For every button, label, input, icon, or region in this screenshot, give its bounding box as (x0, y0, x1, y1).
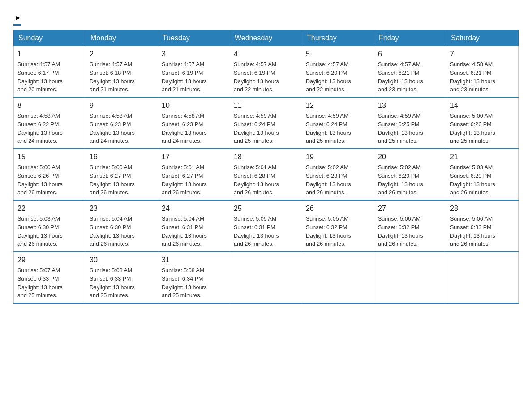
day-number: 8 (17, 100, 82, 111)
daylight-minutes: and 25 minutes. (234, 138, 274, 144)
daylight-minutes: and 25 minutes. (450, 138, 490, 144)
header-wednesday: Wednesday (230, 30, 302, 46)
sunset-label: Sunset: 6:34 PM (162, 276, 203, 282)
day-number: 12 (306, 100, 370, 111)
daylight-minutes: and 24 minutes. (162, 138, 202, 144)
sunrise-label: Sunrise: 4:57 AM (162, 61, 204, 68)
daylight-label: Daylight: 13 hours (17, 284, 63, 291)
daylight-minutes: and 26 minutes. (234, 189, 274, 196)
day-number: 27 (378, 203, 442, 214)
day-number: 23 (90, 203, 154, 214)
sunset-label: Sunset: 6:23 PM (90, 121, 131, 128)
calendar-cell: 16Sunrise: 5:00 AMSunset: 6:27 PMDayligh… (86, 149, 158, 200)
calendar-cell: 27Sunrise: 5:06 AMSunset: 6:32 PMDayligh… (374, 200, 446, 252)
daylight-minutes: and 25 minutes. (306, 138, 346, 144)
daylight-label: Daylight: 13 hours (234, 233, 279, 239)
sunrise-label: Sunrise: 5:01 AM (162, 164, 204, 171)
daylight-label: Daylight: 13 hours (17, 78, 63, 85)
sunset-label: Sunset: 6:24 PM (306, 121, 347, 128)
sunset-label: Sunset: 6:22 PM (17, 121, 59, 128)
sunrise-label: Sunrise: 5:03 AM (450, 164, 493, 171)
sunrise-label: Sunrise: 5:05 AM (234, 216, 276, 222)
sunset-label: Sunset: 6:30 PM (90, 224, 131, 231)
sunset-label: Sunset: 6:24 PM (234, 121, 275, 128)
daylight-label: Daylight: 13 hours (306, 233, 351, 239)
calendar-week-5: 29Sunrise: 5:07 AMSunset: 6:33 PMDayligh… (14, 252, 519, 303)
header-friday: Friday (374, 30, 446, 46)
sunset-label: Sunset: 6:20 PM (306, 70, 347, 76)
sunset-label: Sunset: 6:33 PM (450, 224, 491, 231)
daylight-minutes: and 26 minutes. (162, 241, 202, 247)
daylight-minutes: and 26 minutes. (90, 189, 129, 196)
daylight-label: Daylight: 13 hours (450, 78, 495, 85)
calendar-cell: 28Sunrise: 5:06 AMSunset: 6:33 PMDayligh… (446, 200, 519, 252)
calendar-cell: 11Sunrise: 4:59 AMSunset: 6:24 PMDayligh… (230, 97, 302, 149)
calendar-cell: 15Sunrise: 5:00 AMSunset: 6:26 PMDayligh… (14, 149, 86, 200)
daylight-label: Daylight: 13 hours (162, 284, 207, 291)
sunset-label: Sunset: 6:28 PM (234, 173, 275, 179)
sunset-label: Sunset: 6:29 PM (378, 173, 419, 179)
day-number: 20 (378, 152, 442, 163)
sunset-label: Sunset: 6:33 PM (90, 276, 131, 282)
sunrise-label: Sunrise: 4:58 AM (17, 113, 60, 119)
calendar-cell: 18Sunrise: 5:01 AMSunset: 6:28 PMDayligh… (230, 149, 302, 200)
sunset-label: Sunset: 6:19 PM (162, 70, 203, 76)
sunset-label: Sunset: 6:31 PM (234, 224, 275, 231)
daylight-minutes: and 26 minutes. (90, 241, 129, 247)
sunrise-label: Sunrise: 4:58 AM (450, 61, 493, 68)
calendar-week-1: 1Sunrise: 4:57 AMSunset: 6:17 PMDaylight… (14, 46, 519, 98)
calendar-cell (374, 252, 446, 303)
daylight-label: Daylight: 13 hours (306, 130, 351, 136)
daylight-minutes: and 25 minutes. (90, 292, 129, 299)
daylight-minutes: and 26 minutes. (17, 241, 57, 247)
sunset-label: Sunset: 6:17 PM (17, 70, 59, 76)
sunset-label: Sunset: 6:23 PM (162, 121, 203, 128)
header-saturday: Saturday (446, 30, 519, 46)
sunrise-label: Sunrise: 5:08 AM (162, 267, 204, 274)
header-tuesday: Tuesday (158, 30, 230, 46)
daylight-label: Daylight: 13 hours (90, 78, 135, 85)
day-number: 19 (306, 152, 370, 163)
day-number: 21 (450, 152, 515, 163)
day-number: 3 (162, 49, 226, 60)
calendar-cell: 6Sunrise: 4:57 AMSunset: 6:21 PMDaylight… (374, 46, 446, 98)
daylight-label: Daylight: 13 hours (17, 130, 63, 136)
daylight-minutes: and 26 minutes. (17, 189, 57, 196)
logo-triangle-icon: ► (14, 14, 21, 22)
calendar-cell: 13Sunrise: 4:59 AMSunset: 6:25 PMDayligh… (374, 97, 446, 149)
sunset-label: Sunset: 6:18 PM (90, 70, 131, 76)
daylight-minutes: and 22 minutes. (234, 86, 274, 93)
calendar-week-3: 15Sunrise: 5:00 AMSunset: 6:26 PMDayligh… (14, 149, 519, 200)
daylight-label: Daylight: 13 hours (450, 130, 495, 136)
calendar-cell: 10Sunrise: 4:58 AMSunset: 6:23 PMDayligh… (158, 97, 230, 149)
daylight-label: Daylight: 13 hours (162, 78, 207, 85)
sunset-label: Sunset: 6:32 PM (378, 224, 419, 231)
calendar-cell: 22Sunrise: 5:03 AMSunset: 6:30 PMDayligh… (14, 200, 86, 252)
day-number: 9 (90, 100, 154, 111)
sunset-label: Sunset: 6:26 PM (17, 173, 59, 179)
calendar-cell: 20Sunrise: 5:02 AMSunset: 6:29 PMDayligh… (374, 149, 446, 200)
sunset-label: Sunset: 6:19 PM (234, 70, 275, 76)
day-number: 11 (234, 100, 298, 111)
sunset-label: Sunset: 6:21 PM (450, 70, 491, 76)
calendar-cell (446, 252, 519, 303)
day-number: 15 (17, 152, 82, 163)
calendar-cell: 8Sunrise: 4:58 AMSunset: 6:22 PMDaylight… (14, 97, 86, 149)
daylight-label: Daylight: 13 hours (162, 130, 207, 136)
daylight-label: Daylight: 13 hours (17, 181, 63, 188)
calendar-week-4: 22Sunrise: 5:03 AMSunset: 6:30 PMDayligh… (14, 200, 519, 252)
daylight-label: Daylight: 13 hours (162, 181, 207, 188)
calendar-cell: 31Sunrise: 5:08 AMSunset: 6:34 PMDayligh… (158, 252, 230, 303)
calendar-cell: 30Sunrise: 5:08 AMSunset: 6:33 PMDayligh… (86, 252, 158, 303)
day-number: 5 (306, 49, 370, 60)
sunrise-label: Sunrise: 4:57 AM (17, 61, 60, 68)
daylight-label: Daylight: 13 hours (90, 233, 135, 239)
day-number: 4 (234, 49, 298, 60)
day-number: 7 (450, 49, 515, 60)
sunset-label: Sunset: 6:27 PM (90, 173, 131, 179)
sunrise-label: Sunrise: 4:58 AM (90, 113, 132, 119)
daylight-label: Daylight: 13 hours (378, 78, 423, 85)
sunset-label: Sunset: 6:27 PM (162, 173, 203, 179)
day-number: 29 (17, 255, 82, 265)
sunrise-label: Sunrise: 4:57 AM (90, 61, 132, 68)
